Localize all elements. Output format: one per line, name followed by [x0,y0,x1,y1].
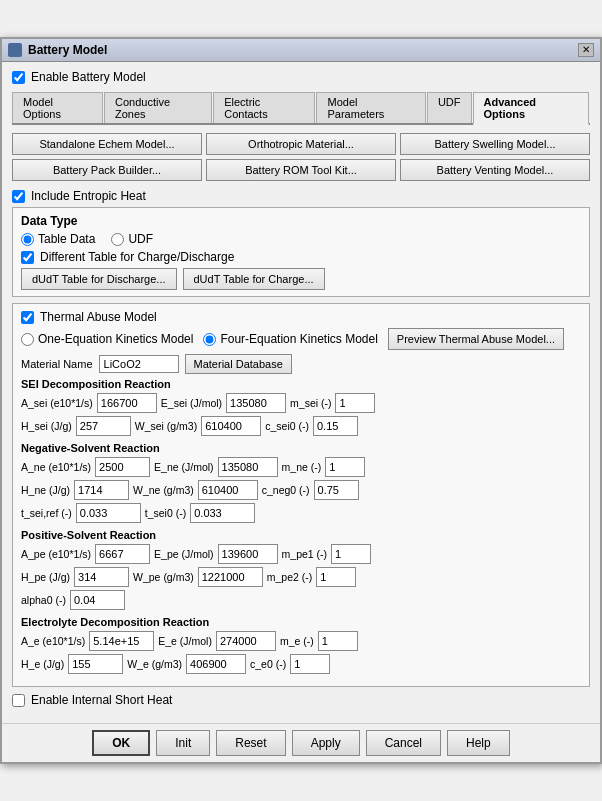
pe-e-input[interactable] [218,544,278,564]
enable-battery-row: Enable Battery Model [12,70,590,84]
radio-one-eq-input[interactable] [21,333,34,346]
sei-m-input[interactable] [335,393,375,413]
preview-thermal-button[interactable]: Preview Thermal Abuse Model... [388,328,564,350]
init-button[interactable]: Init [156,730,210,756]
thermal-abuse-label: Thermal Abuse Model [40,310,157,324]
e-h-label: H_e (J/g) [21,658,64,670]
tab-conductive-zones[interactable]: Conductive Zones [104,92,212,123]
pe-param-row3: alpha0 (-) [21,590,581,610]
e-m-input[interactable] [318,631,358,651]
apply-button[interactable]: Apply [292,730,360,756]
e-w-input[interactable] [186,654,246,674]
radio-four-eq: Four-Equation Kinetics Model [203,332,377,346]
radio-one-eq: One-Equation Kinetics Model [21,332,193,346]
sei-c-label: c_sei0 (-) [265,420,309,432]
tab-advanced-options[interactable]: Advanced Options [473,92,590,125]
window-title: Battery Model [28,43,107,57]
standalone-echem-button[interactable]: Standalone Echem Model... [12,133,202,155]
sei-c-input[interactable] [313,416,358,436]
ne-h-input[interactable] [74,480,129,500]
radio-one-eq-label: One-Equation Kinetics Model [38,332,193,346]
pe-a-input[interactable] [95,544,150,564]
radio-four-eq-input[interactable] [203,333,216,346]
sei-reaction-title: SEI Decomposition Reaction [21,378,581,390]
pe-mpe1-label: m_pe1 (-) [282,548,328,560]
material-name-input[interactable] [99,355,179,373]
sei-h-input[interactable] [76,416,131,436]
orthotropic-material-button[interactable]: Orthotropic Material... [206,133,396,155]
e-m-label: m_e (-) [280,635,314,647]
ne-e-label: E_ne (J/mol) [154,461,214,473]
battery-swelling-button[interactable]: Battery Swelling Model... [400,133,590,155]
battery-venting-button[interactable]: Battery Venting Model... [400,159,590,181]
pe-alpha-input[interactable] [70,590,125,610]
internal-short-label: Enable Internal Short Heat [31,693,172,707]
ne-m-input[interactable] [325,457,365,477]
include-entropic-row: Include Entropic Heat [12,189,590,203]
pe-e-label: E_pe (J/mol) [154,548,214,560]
pe-alpha-label: alpha0 (-) [21,594,66,606]
cancel-button[interactable]: Cancel [366,730,441,756]
pe-param-row1: A_pe (e10*1/s) E_pe (J/mol) m_pe1 (-) [21,544,581,564]
pe-mpe2-input[interactable] [316,567,356,587]
battery-rom-button[interactable]: Battery ROM Tool Kit... [206,159,396,181]
different-table-label: Different Table for Charge/Discharge [40,250,234,264]
reset-button[interactable]: Reset [216,730,285,756]
enable-battery-label: Enable Battery Model [31,70,146,84]
tab-bar: Model Options Conductive Zones Electric … [12,92,590,125]
ne-w-label: W_ne (g/m3) [133,484,194,496]
e-h-input[interactable] [68,654,123,674]
tab-udf[interactable]: UDF [427,92,472,123]
ne-tref-input[interactable] [76,503,141,523]
radio-udf: UDF [111,232,153,246]
thermal-abuse-checkbox[interactable] [21,311,34,324]
tab-model-options[interactable]: Model Options [12,92,103,123]
e-c0-input[interactable] [290,654,330,674]
ne-cneg-label: c_neg0 (-) [262,484,310,496]
pos-solvent-title: Positive-Solvent Reaction [21,529,581,541]
tab-electric-contacts[interactable]: Electric Contacts [213,92,315,123]
dudt-discharge-button[interactable]: dUdT Table for Discharge... [21,268,177,290]
close-button[interactable]: ✕ [578,43,594,57]
footer-buttons: OK Init Reset Apply Cancel Help [2,723,600,762]
radio-table-data-input[interactable] [21,233,34,246]
e-e-input[interactable] [216,631,276,651]
window-icon [8,43,22,57]
help-button[interactable]: Help [447,730,510,756]
ne-w-input[interactable] [198,480,258,500]
e-c0-label: c_e0 (-) [250,658,286,670]
different-table-checkbox[interactable] [21,251,34,264]
pe-w-label: W_pe (g/m3) [133,571,194,583]
radio-udf-input[interactable] [111,233,124,246]
radio-four-eq-label: Four-Equation Kinetics Model [220,332,377,346]
sei-e-input[interactable] [226,393,286,413]
sei-a-input[interactable] [97,393,157,413]
enable-battery-checkbox[interactable] [12,71,25,84]
pos-solvent-section: Positive-Solvent Reaction A_pe (e10*1/s)… [21,529,581,610]
dudt-charge-button[interactable]: dUdT Table for Charge... [183,268,325,290]
ne-e-input[interactable] [218,457,278,477]
ne-cneg-input[interactable] [314,480,359,500]
radio-udf-label: UDF [128,232,153,246]
tab-model-parameters[interactable]: Model Parameters [316,92,425,123]
sei-w-input[interactable] [201,416,261,436]
material-database-button[interactable]: Material Database [185,354,292,374]
ok-button[interactable]: OK [92,730,150,756]
include-entropic-checkbox[interactable] [12,190,25,203]
dudt-buttons-row: dUdT Table for Discharge... dUdT Table f… [21,268,581,290]
internal-short-checkbox[interactable] [12,694,25,707]
sei-param-row2: H_sei (J/g) W_sei (g/m3) c_sei0 (-) [21,416,581,436]
pe-h-input[interactable] [74,567,129,587]
pe-mpe1-input[interactable] [331,544,371,564]
e-a-input[interactable] [89,631,154,651]
ne-param-row1: A_ne (e10*1/s) E_ne (J/mol) m_ne (-) [21,457,581,477]
electrolyte-title: Electrolyte Decomposition Reaction [21,616,581,628]
battery-pack-builder-button[interactable]: Battery Pack Builder... [12,159,202,181]
ne-t0-input[interactable] [190,503,255,523]
ne-a-input[interactable] [95,457,150,477]
pe-a-label: A_pe (e10*1/s) [21,548,91,560]
sei-e-label: E_sei (J/mol) [161,397,222,409]
ne-param-row3: t_sei,ref (-) t_sei0 (-) [21,503,581,523]
ne-tref-label: t_sei,ref (-) [21,507,72,519]
pe-w-input[interactable] [198,567,263,587]
